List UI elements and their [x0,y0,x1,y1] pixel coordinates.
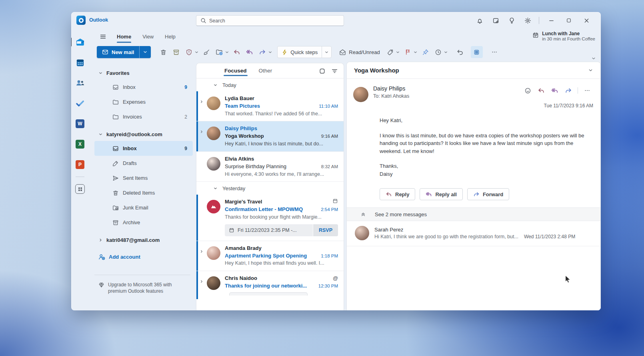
select-messages-icon[interactable] [319,68,326,74]
reply-all-icon[interactable] [549,85,561,96]
see-more-messages[interactable]: See 2 more messages [347,207,600,221]
rail-people-icon[interactable] [75,78,85,88]
rail-word-icon[interactable]: W [75,119,85,129]
folder-inbox-selected[interactable]: Inbox 9 [94,141,193,156]
message-row[interactable]: Lydia Bauer Team Pictures 11:10 AM That … [196,91,344,121]
rsvp-button[interactable]: RSVP [313,224,338,236]
rail-mail-icon[interactable] [75,37,85,47]
message-row-meeting[interactable]: Margie's Travel Confirmation Letter - MP… [196,195,344,241]
folder-drafts[interactable]: Drafts [94,156,193,171]
add-account-button[interactable]: Add account [89,249,196,264]
collapse-ribbon-icon[interactable] [591,56,596,61]
titlebar: Outlook Search [71,12,601,29]
message-list-scroll[interactable]: Today Lydia Bauer Team Pictures 11:10 AM [196,78,344,310]
message-body: Hey Katri, I know this is last minute, b… [380,117,593,178]
hamburger-menu-icon[interactable] [97,31,109,42]
tab-view[interactable]: View [138,31,158,42]
ribbon-tab-row: Home View Help Lunch with Jane in 30 min… [89,29,601,44]
message-time: 9:16 AM [318,133,340,140]
forward-dropdown-icon[interactable] [267,46,273,58]
folder-invoices[interactable]: Invoices 2 [94,109,193,124]
upgrade-link[interactable]: Upgrade to Microsoft 365 with premium Ou… [89,275,196,294]
maximize-button[interactable] [560,14,578,27]
message-row-selected[interactable]: Daisy Philips Yoga Workshop 9:16 AM Hey … [196,121,344,151]
rail-powerpoint-icon[interactable]: P [75,159,85,170]
tag-dropdown-icon[interactable] [395,46,401,58]
tab-other[interactable]: Other [258,64,273,77]
minimize-button[interactable] [542,14,560,27]
tab-home[interactable]: Home [112,31,136,42]
tab-focused[interactable]: Focused [224,64,248,77]
snooze-dropdown-icon[interactable] [443,46,449,58]
tab-help[interactable]: Help [160,31,180,42]
folder-junk-email[interactable]: Junk Email [94,200,193,215]
message-sender: Daisy Philips [225,125,340,133]
folder-expenses[interactable]: Expenses [94,95,193,109]
new-mail-label: New mail [112,49,134,55]
more-actions-icon[interactable] [581,85,593,96]
notifications-bell-icon[interactable] [472,14,488,26]
app-rail: W X P [71,29,89,310]
search-input[interactable]: Search [196,15,344,26]
rail-excel-icon[interactable]: X [75,139,85,149]
move-to-dropdown-icon[interactable] [224,46,230,58]
rail-calendar-icon[interactable] [75,57,85,68]
group-header-today[interactable]: Today [196,78,344,91]
quick-steps-dropdown-icon[interactable] [322,46,331,58]
reply-button[interactable]: Reply [380,188,415,200]
delete-icon[interactable] [157,46,169,58]
archive-icon[interactable] [170,46,182,58]
account-gmail-header[interactable]: katri0487@gmail.com [89,232,196,247]
quick-steps-button[interactable]: Quick steps [277,46,332,58]
calendar-icon [532,32,539,38]
filter-icon[interactable] [331,68,338,74]
message-preview: Thanks for booking your flight with Marg… [225,213,340,221]
folder-favorites-inbox[interactable]: Inbox 9 [94,80,193,95]
collapsed-message-row[interactable]: Sarah Perez Hi Katri, I think we are goo… [347,221,600,246]
folder-archive[interactable]: Archive [94,215,193,230]
reply-icon[interactable] [231,46,243,58]
apps-grid-icon[interactable] [471,46,483,58]
tips-lightbulb-icon[interactable] [504,14,520,26]
folder-deleted-items[interactable]: Deleted Items [94,185,193,200]
message-sender: Elvia Atkins [225,155,340,163]
group-header-yesterday[interactable]: Yesterday [196,182,344,195]
new-mail-button[interactable]: New mail [97,46,151,58]
read-unread-button[interactable]: Read/Unread [336,46,383,58]
new-mail-dropdown[interactable] [139,46,151,58]
undo-icon[interactable] [454,46,466,58]
message-time: 8:32 AM [318,163,340,170]
message-preview: Hi Katri, I think we are good to go with… [374,234,518,239]
premium-diamond-icon [98,282,104,294]
reactions-smiley-icon[interactable] [522,85,534,96]
message-row[interactable]: Chris Naidoo @ Thanks for joining our ne… [196,271,344,299]
close-button[interactable] [578,14,595,27]
report-dropdown-icon[interactable] [193,46,200,58]
reminder-title: Lunch with Jane [542,31,595,36]
reply-all-button[interactable]: Reply all [420,188,462,200]
rail-todo-icon[interactable] [75,98,85,109]
mail-icon [102,49,108,55]
folder-icon [112,99,119,105]
settings-gear-icon[interactable] [520,14,536,26]
rail-more-apps-icon[interactable] [75,184,85,194]
reply-icon[interactable] [535,85,547,96]
more-options-icon[interactable] [488,46,500,58]
sweep-icon[interactable] [200,46,212,58]
message-preview: Hey Katri, I hope this email finds you w… [225,259,340,267]
forward-button[interactable]: Forward [467,188,509,200]
flag-dropdown-icon[interactable] [412,46,419,58]
pin-icon[interactable] [420,46,432,58]
meeting-rsvp-bar: Fri 11/22/2023 2:35 PM -... RSVP [225,224,338,236]
account-outlook-header[interactable]: katyreid@outlook.com [89,127,196,141]
favorites-header[interactable]: Favorites [89,66,196,80]
reply-all-icon[interactable] [244,46,256,58]
forward-icon[interactable] [562,85,574,96]
message-row[interactable]: Elvia Atkins Surprise Birthday Planning … [196,152,344,182]
folder-sent-items[interactable]: Sent Items [94,171,193,185]
collapse-conversation-icon[interactable] [588,68,593,73]
calendar-reminder[interactable]: Lunch with Jane in 30 min at Fourth Coff… [532,31,595,41]
archive-icon [112,219,119,226]
message-row[interactable]: Amanda Brady Apartment Parking Spot Open… [196,241,344,271]
sticky-notes-icon[interactable] [488,14,504,26]
